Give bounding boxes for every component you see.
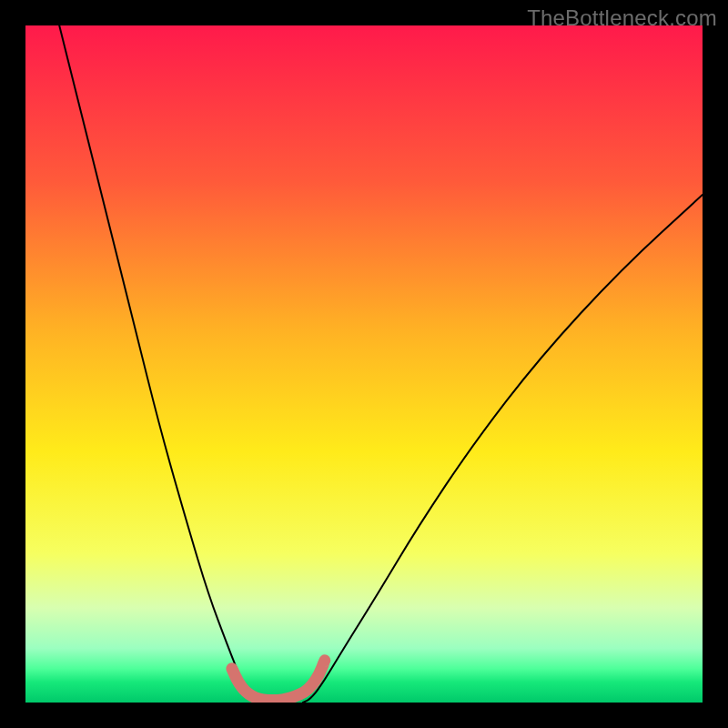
right-curve bbox=[303, 195, 703, 703]
left-curve bbox=[59, 25, 262, 703]
plot-area bbox=[25, 25, 703, 703]
floor-accent bbox=[232, 661, 325, 701]
curves-layer bbox=[25, 25, 703, 703]
chart-frame: TheBottleneck.com bbox=[0, 0, 728, 728]
watermark-text: TheBottleneck.com bbox=[527, 5, 717, 31]
